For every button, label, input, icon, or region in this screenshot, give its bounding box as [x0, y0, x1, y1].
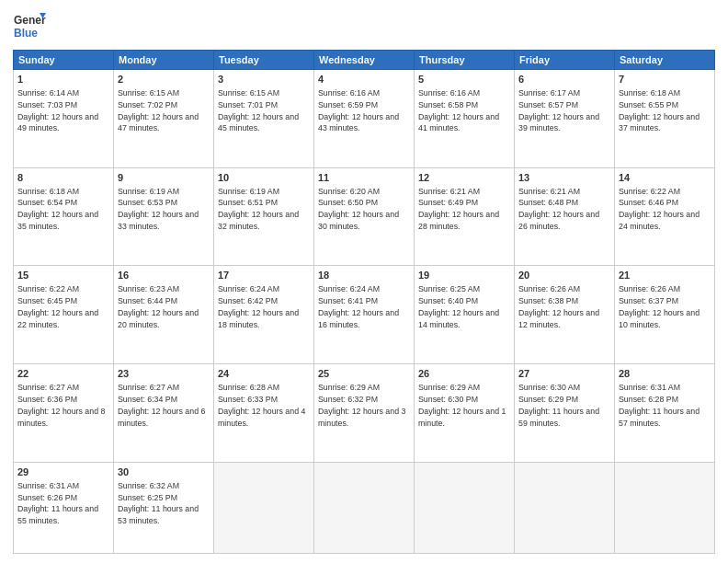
day-info: Sunrise: 6:17 AMSunset: 6:57 PMDaylight:…	[518, 88, 599, 133]
day-number: 5	[418, 73, 510, 86]
day-number: 12	[418, 171, 510, 185]
calendar-cell: 12Sunrise: 6:21 AMSunset: 6:49 PMDayligh…	[415, 167, 515, 266]
day-info: Sunrise: 6:27 AMSunset: 6:36 PMDaylight:…	[17, 383, 105, 428]
calendar-cell: 28Sunrise: 6:31 AMSunset: 6:28 PMDayligh…	[615, 364, 715, 463]
day-info: Sunrise: 6:22 AMSunset: 6:45 PMDaylight:…	[17, 284, 98, 329]
day-number: 29	[17, 465, 109, 479]
calendar-cell: 30Sunrise: 6:32 AMSunset: 6:25 PMDayligh…	[114, 462, 214, 553]
day-number: 22	[17, 367, 109, 381]
calendar-cell: 21Sunrise: 6:26 AMSunset: 6:37 PMDayligh…	[615, 266, 715, 364]
day-number: 10	[218, 171, 310, 185]
day-number: 13	[518, 171, 610, 185]
day-number: 2	[118, 73, 210, 86]
day-number: 18	[318, 269, 410, 282]
day-number: 4	[318, 73, 410, 86]
logo: General Blue	[13, 9, 46, 42]
calendar-cell: 20Sunrise: 6:26 AMSunset: 6:38 PMDayligh…	[515, 266, 615, 364]
day-number: 9	[118, 171, 210, 185]
day-number: 3	[218, 73, 310, 86]
day-number: 7	[619, 73, 711, 86]
calendar-cell	[615, 462, 715, 553]
day-number: 23	[118, 367, 210, 381]
day-info: Sunrise: 6:28 AMSunset: 6:33 PMDaylight:…	[218, 383, 305, 428]
calendar-cell: 25Sunrise: 6:29 AMSunset: 6:32 PMDayligh…	[314, 364, 415, 463]
page: General Blue SundayMondayTuesdayWednesda…	[0, 0, 728, 563]
day-info: Sunrise: 6:32 AMSunset: 6:25 PMDaylight:…	[118, 481, 199, 526]
day-info: Sunrise: 6:31 AMSunset: 6:26 PMDaylight:…	[17, 481, 98, 526]
calendar-cell	[314, 462, 415, 553]
col-header-sunday: Sunday	[14, 51, 114, 70]
calendar-cell: 16Sunrise: 6:23 AMSunset: 6:44 PMDayligh…	[114, 266, 214, 364]
day-number: 26	[418, 367, 510, 381]
header: General Blue	[13, 9, 715, 42]
calendar-cell: 24Sunrise: 6:28 AMSunset: 6:33 PMDayligh…	[214, 364, 314, 463]
day-number: 27	[518, 367, 610, 381]
day-number: 16	[118, 269, 210, 282]
day-number: 15	[17, 269, 109, 282]
day-info: Sunrise: 6:30 AMSunset: 6:29 PMDaylight:…	[518, 383, 599, 428]
calendar-cell	[214, 462, 314, 553]
day-number: 11	[318, 171, 410, 185]
day-number: 21	[619, 269, 711, 282]
day-info: Sunrise: 6:22 AMSunset: 6:46 PMDaylight:…	[619, 187, 700, 232]
day-info: Sunrise: 6:24 AMSunset: 6:41 PMDaylight:…	[318, 284, 399, 329]
day-info: Sunrise: 6:21 AMSunset: 6:49 PMDaylight:…	[418, 187, 499, 232]
day-info: Sunrise: 6:16 AMSunset: 6:59 PMDaylight:…	[318, 88, 399, 133]
calendar-cell: 11Sunrise: 6:20 AMSunset: 6:50 PMDayligh…	[314, 167, 415, 266]
day-info: Sunrise: 6:21 AMSunset: 6:48 PMDaylight:…	[518, 187, 599, 232]
calendar-cell: 23Sunrise: 6:27 AMSunset: 6:34 PMDayligh…	[114, 364, 214, 463]
calendar-cell: 5Sunrise: 6:16 AMSunset: 6:58 PMDaylight…	[415, 70, 515, 168]
day-info: Sunrise: 6:18 AMSunset: 6:55 PMDaylight:…	[619, 88, 700, 133]
col-header-saturday: Saturday	[615, 51, 715, 70]
calendar-cell: 22Sunrise: 6:27 AMSunset: 6:36 PMDayligh…	[14, 364, 114, 463]
col-header-monday: Monday	[114, 51, 214, 70]
calendar-table: SundayMondayTuesdayWednesdayThursdayFrid…	[13, 50, 715, 554]
calendar-cell	[515, 462, 615, 553]
day-number: 25	[318, 367, 410, 381]
day-number: 20	[518, 269, 610, 282]
day-info: Sunrise: 6:26 AMSunset: 6:38 PMDaylight:…	[518, 284, 599, 329]
calendar-cell: 2Sunrise: 6:15 AMSunset: 7:02 PMDaylight…	[114, 70, 214, 168]
day-info: Sunrise: 6:15 AMSunset: 7:01 PMDaylight:…	[218, 88, 299, 133]
day-info: Sunrise: 6:31 AMSunset: 6:28 PMDaylight:…	[619, 383, 700, 428]
calendar-cell: 8Sunrise: 6:18 AMSunset: 6:54 PMDaylight…	[14, 167, 114, 266]
calendar-header-row: SundayMondayTuesdayWednesdayThursdayFrid…	[14, 51, 715, 70]
calendar-cell: 1Sunrise: 6:14 AMSunset: 7:03 PMDaylight…	[14, 70, 114, 168]
calendar-cell: 4Sunrise: 6:16 AMSunset: 6:59 PMDaylight…	[314, 70, 415, 168]
day-info: Sunrise: 6:19 AMSunset: 6:53 PMDaylight:…	[118, 187, 199, 232]
calendar-cell: 27Sunrise: 6:30 AMSunset: 6:29 PMDayligh…	[515, 364, 615, 463]
col-header-tuesday: Tuesday	[214, 51, 314, 70]
day-info: Sunrise: 6:20 AMSunset: 6:50 PMDaylight:…	[318, 187, 399, 232]
svg-text:Blue: Blue	[14, 27, 38, 40]
calendar-cell: 19Sunrise: 6:25 AMSunset: 6:40 PMDayligh…	[415, 266, 515, 364]
day-info: Sunrise: 6:18 AMSunset: 6:54 PMDaylight:…	[17, 187, 98, 232]
calendar-cell: 6Sunrise: 6:17 AMSunset: 6:57 PMDaylight…	[515, 70, 615, 168]
calendar-cell: 26Sunrise: 6:29 AMSunset: 6:30 PMDayligh…	[415, 364, 515, 463]
svg-text:General: General	[14, 14, 46, 27]
day-info: Sunrise: 6:27 AMSunset: 6:34 PMDaylight:…	[118, 383, 205, 428]
calendar-cell: 29Sunrise: 6:31 AMSunset: 6:26 PMDayligh…	[14, 462, 114, 553]
day-number: 24	[218, 367, 310, 381]
day-number: 28	[619, 367, 711, 381]
calendar-cell: 3Sunrise: 6:15 AMSunset: 7:01 PMDaylight…	[214, 70, 314, 168]
day-number: 17	[218, 269, 310, 282]
day-info: Sunrise: 6:14 AMSunset: 7:03 PMDaylight:…	[17, 88, 98, 133]
day-info: Sunrise: 6:24 AMSunset: 6:42 PMDaylight:…	[218, 284, 299, 329]
col-header-friday: Friday	[515, 51, 615, 70]
day-info: Sunrise: 6:29 AMSunset: 6:32 PMDaylight:…	[318, 383, 405, 428]
day-number: 14	[619, 171, 711, 185]
calendar-cell: 9Sunrise: 6:19 AMSunset: 6:53 PMDaylight…	[114, 167, 214, 266]
day-number: 19	[418, 269, 510, 282]
day-info: Sunrise: 6:25 AMSunset: 6:40 PMDaylight:…	[418, 284, 499, 329]
calendar-cell: 13Sunrise: 6:21 AMSunset: 6:48 PMDayligh…	[515, 167, 615, 266]
day-info: Sunrise: 6:23 AMSunset: 6:44 PMDaylight:…	[118, 284, 199, 329]
logo-icon: General Blue	[13, 9, 46, 42]
calendar-cell: 18Sunrise: 6:24 AMSunset: 6:41 PMDayligh…	[314, 266, 415, 364]
day-number: 6	[518, 73, 610, 86]
calendar-cell: 10Sunrise: 6:19 AMSunset: 6:51 PMDayligh…	[214, 167, 314, 266]
day-info: Sunrise: 6:29 AMSunset: 6:30 PMDaylight:…	[418, 383, 506, 428]
calendar-cell: 7Sunrise: 6:18 AMSunset: 6:55 PMDaylight…	[615, 70, 715, 168]
day-number: 1	[17, 73, 109, 86]
col-header-wednesday: Wednesday	[314, 51, 415, 70]
calendar-cell	[415, 462, 515, 553]
